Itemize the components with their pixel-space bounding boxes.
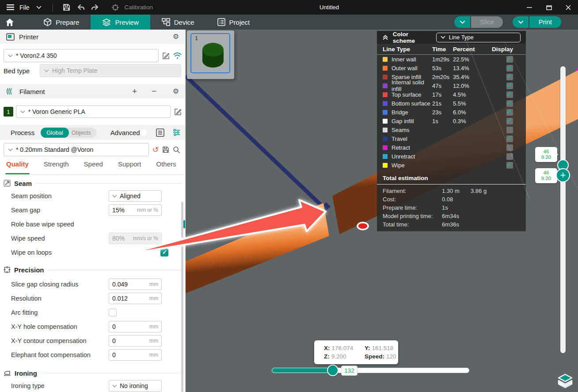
move-slider-handle[interactable]: [327, 365, 338, 376]
save-icon[interactable]: [62, 3, 72, 12]
line-type-percent: 13.4%: [453, 65, 492, 72]
minimize-button[interactable]: [520, 0, 539, 15]
close-button[interactable]: [559, 0, 578, 15]
line-type-display-checkbox[interactable]: [506, 83, 513, 89]
line-type-display-checkbox[interactable]: [506, 144, 513, 151]
filament-settings-gear-icon[interactable]: ⚙: [173, 88, 179, 95]
global-objects-toggle[interactable]: Global Objects: [41, 128, 96, 138]
elephant-foot-compensation-input[interactable]: 0 mm: [109, 349, 162, 361]
line-type-display-checkbox[interactable]: [506, 74, 513, 80]
tab-support[interactable]: Support: [118, 160, 141, 174]
line-type-display-checkbox[interactable]: [506, 127, 513, 133]
objects-pill[interactable]: Objects: [69, 129, 96, 136]
sidebar-scrollbar[interactable]: [181, 202, 183, 392]
line-type-display-checkbox[interactable]: [506, 136, 513, 142]
line-type-display-checkbox[interactable]: [506, 56, 513, 63]
xy-hole-compensation-input[interactable]: 0 mm: [109, 321, 162, 332]
wipe-speed-label: Wipe speed: [11, 235, 45, 242]
line-type-display-checkbox[interactable]: [506, 65, 513, 72]
xy-hole-compensation-unit: mm: [149, 324, 158, 330]
add-filament-button[interactable]: +: [130, 87, 139, 96]
move-slider-fill: [272, 368, 333, 373]
collapse-panel-icon[interactable]: [382, 35, 388, 40]
legend-row: Travel: [377, 134, 526, 143]
layer-slider-lower-handle[interactable]: +: [556, 168, 570, 182]
save-preset-icon[interactable]: [162, 146, 169, 153]
global-pill[interactable]: Global: [41, 128, 69, 138]
parameter-search-icon[interactable]: [172, 128, 181, 137]
line-type-display-checkbox[interactable]: [506, 91, 513, 98]
preview-3d-viewport[interactable]: 1 Color scheme Line Type Line Type Time …: [186, 30, 578, 392]
plate-thumbnail[interactable]: 1: [187, 30, 234, 79]
line-type-percent: 0.3%: [453, 118, 492, 124]
wipe-on-loops-checkbox[interactable]: [160, 249, 168, 256]
tab-project[interactable]: Project: [206, 15, 262, 30]
home-button[interactable]: [0, 15, 19, 30]
line-type-time: 47s: [432, 83, 453, 89]
line-type-name: Internal solid infill: [392, 79, 432, 92]
tab-others[interactable]: Others: [156, 160, 176, 174]
layer-slider-track[interactable]: [560, 66, 566, 353]
tab-preview[interactable]: Preview: [91, 15, 150, 30]
line-type-percent: 22.5%: [453, 56, 492, 63]
tab-device[interactable]: Device: [150, 15, 206, 30]
hamburger-menu-icon[interactable]: [5, 3, 15, 12]
undo-icon[interactable]: [76, 3, 86, 12]
redo-icon[interactable]: [90, 3, 100, 12]
layers-view-button[interactable]: [555, 371, 575, 391]
filament-preset-select[interactable]: * Voron Generic PLA: [16, 106, 171, 118]
wifi-icon[interactable]: [173, 53, 182, 59]
tab-prepare[interactable]: Prepare: [32, 15, 91, 30]
line-type-time: 1s: [432, 118, 453, 124]
resolution-input[interactable]: 0.012 mm: [109, 293, 162, 304]
line-type-display-checkbox[interactable]: [506, 118, 513, 124]
move-slider-track[interactable]: [272, 368, 469, 373]
seam-position-value: Aligned: [120, 192, 141, 200]
estimation-row: Filament:1.30 m3.86 g: [377, 187, 526, 195]
process-preset-select[interactable]: * 0.20mm Standard @Voron: [4, 143, 149, 156]
bed-type-select[interactable]: High Temp Plate: [40, 64, 181, 77]
arc-fitting-checkbox[interactable]: [109, 309, 117, 317]
file-menu[interactable]: File: [19, 4, 30, 11]
ironing-type-select[interactable]: No ironing: [109, 380, 162, 392]
file-chevron-down-icon[interactable]: [34, 3, 44, 12]
estimation-row: Cost:0.08: [377, 195, 526, 204]
line-type-name: Outer wall: [392, 65, 418, 72]
tab-speed[interactable]: Speed: [84, 160, 103, 174]
calibration-label[interactable]: Calibration: [125, 4, 153, 11]
ironing-icon: [4, 370, 11, 376]
color-scheme-select[interactable]: Line Type: [436, 33, 521, 42]
printer-preset-select[interactable]: * Voron2.4 350: [4, 49, 159, 62]
print-dropdown-chevron[interactable]: [513, 16, 529, 28]
slice-button[interactable]: Slice: [471, 16, 503, 28]
reset-preset-icon[interactable]: ↺: [152, 145, 159, 155]
maximize-button[interactable]: [539, 0, 559, 15]
preset-list-icon[interactable]: [156, 128, 164, 137]
advanced-label: Advanced: [110, 129, 140, 136]
line-type-display-checkbox[interactable]: [506, 100, 513, 107]
seam-position-select[interactable]: Aligned: [109, 190, 162, 202]
line-type-name: Bridge: [392, 109, 408, 116]
line-type-time: 53s: [432, 65, 453, 72]
remove-filament-button[interactable]: −: [150, 87, 159, 96]
print-button[interactable]: Print: [529, 16, 561, 28]
slice-dropdown-chevron[interactable]: [454, 16, 470, 28]
color-scheme-panel: Color scheme Line Type Line Type Time Pe…: [377, 31, 526, 231]
edit-printer-icon[interactable]: [162, 52, 170, 60]
seam-gap-input[interactable]: 15% mm or %: [109, 204, 162, 216]
line-type-display-checkbox[interactable]: [506, 153, 513, 160]
line-type-display-checkbox[interactable]: [506, 162, 513, 169]
tab-strength[interactable]: Strength: [44, 160, 69, 174]
slice-gap-closing-radius-input[interactable]: 0.049 mm: [109, 279, 162, 290]
legend-row: Top surface17s4.5%: [377, 90, 526, 99]
edit-filament-icon[interactable]: [174, 108, 182, 116]
printer-settings-gear-icon[interactable]: ⚙: [173, 33, 179, 40]
search-settings-icon[interactable]: [173, 146, 180, 154]
line-type-display-checkbox[interactable]: [506, 109, 513, 116]
calibration-icon[interactable]: [110, 3, 120, 12]
xy-contour-compensation-input[interactable]: 0 mm: [109, 335, 162, 347]
tab-quality[interactable]: Quality: [6, 160, 29, 174]
titlebar-divider: [53, 4, 53, 11]
wipe-speed-input[interactable]: 80% mm/s or %: [109, 233, 162, 244]
tab-preview-label: Preview: [115, 19, 138, 26]
